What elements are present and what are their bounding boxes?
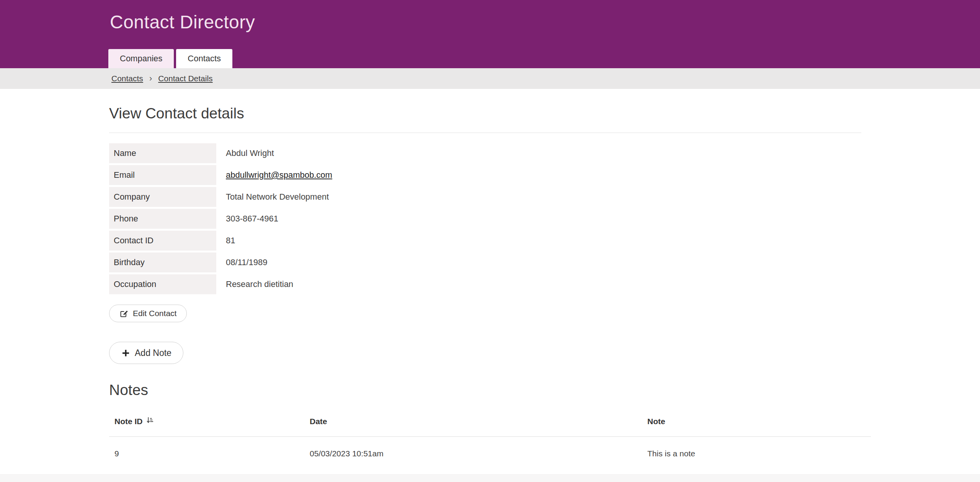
- field-value-occupation: Research dietitian: [226, 279, 293, 289]
- breadcrumb-link-contacts[interactable]: Contacts: [111, 74, 143, 83]
- email-link[interactable]: abdullwright@spambob.com: [226, 170, 332, 180]
- add-note-label: Add Note: [135, 348, 172, 358]
- field-label-email: Email: [109, 165, 216, 185]
- field-label-company: Company: [109, 187, 216, 207]
- note-id-cell: 9: [109, 437, 304, 464]
- column-header-date: Date: [304, 411, 642, 437]
- field-label-contact-id: Contact ID: [109, 231, 216, 251]
- breadcrumb: Contacts › Contact Details: [0, 68, 980, 89]
- field-row-birthday: Birthday 08/11/1989: [109, 252, 980, 272]
- field-row-name: Name Abdul Wright: [109, 143, 980, 163]
- note-table-row: 9 05/03/2023 10:51am This is a note: [109, 437, 871, 464]
- heading-divider: [109, 133, 861, 133]
- breadcrumb-separator-icon: ›: [149, 74, 152, 84]
- field-value-contact-id: 81: [226, 236, 235, 246]
- field-label-birthday: Birthday: [109, 252, 216, 272]
- field-value-name: Abdul Wright: [226, 148, 274, 158]
- app-header: Contact Directory Companies Contacts: [0, 0, 980, 68]
- footer-band: [0, 474, 980, 482]
- notes-table-header-row: Note ID Date Note: [109, 411, 871, 437]
- notes-table: Note ID Date Note: [109, 411, 871, 464]
- sort-amount-down-icon: [146, 416, 154, 426]
- field-value-phone: 303-867-4961: [226, 214, 278, 224]
- field-label-phone: Phone: [109, 209, 216, 229]
- page-title: Contact Directory: [0, 0, 980, 33]
- field-row-company: Company Total Network Development: [109, 187, 980, 207]
- field-value-birthday: 08/11/1989: [226, 257, 267, 267]
- field-label-occupation: Occupation: [109, 274, 216, 294]
- notes-heading: Notes: [109, 382, 980, 398]
- tab-companies[interactable]: Companies: [108, 49, 174, 68]
- field-row-email: Email abdullwright@spambob.com: [109, 165, 980, 185]
- edit-contact-button[interactable]: Edit Contact: [109, 305, 187, 322]
- view-contact-heading: View Contact details: [109, 89, 980, 122]
- field-row-occupation: Occupation Research dietitian: [109, 274, 980, 294]
- field-value-company: Total Network Development: [226, 192, 329, 202]
- note-text-cell: This is a note: [642, 437, 871, 464]
- plus-icon: [121, 348, 131, 358]
- field-label-name: Name: [109, 143, 216, 163]
- field-row-contact-id: Contact ID 81: [109, 231, 980, 251]
- main-content: View Contact details Name Abdul Wright E…: [0, 89, 980, 464]
- add-note-button[interactable]: Add Note: [109, 342, 183, 364]
- tab-contacts[interactable]: Contacts: [176, 49, 232, 68]
- column-header-note-id[interactable]: Note ID: [109, 411, 304, 437]
- column-header-note: Note: [642, 411, 871, 437]
- breadcrumb-link-contact-details[interactable]: Contact Details: [158, 74, 212, 83]
- edit-contact-label: Edit Contact: [133, 309, 176, 318]
- note-date-cell: 05/03/2023 10:51am: [304, 437, 642, 464]
- field-row-phone: Phone 303-867-4961: [109, 209, 980, 229]
- contact-fields: Name Abdul Wright Email abdullwright@spa…: [109, 143, 980, 294]
- tab-bar: Companies Contacts: [108, 49, 232, 68]
- edit-icon: [119, 309, 129, 318]
